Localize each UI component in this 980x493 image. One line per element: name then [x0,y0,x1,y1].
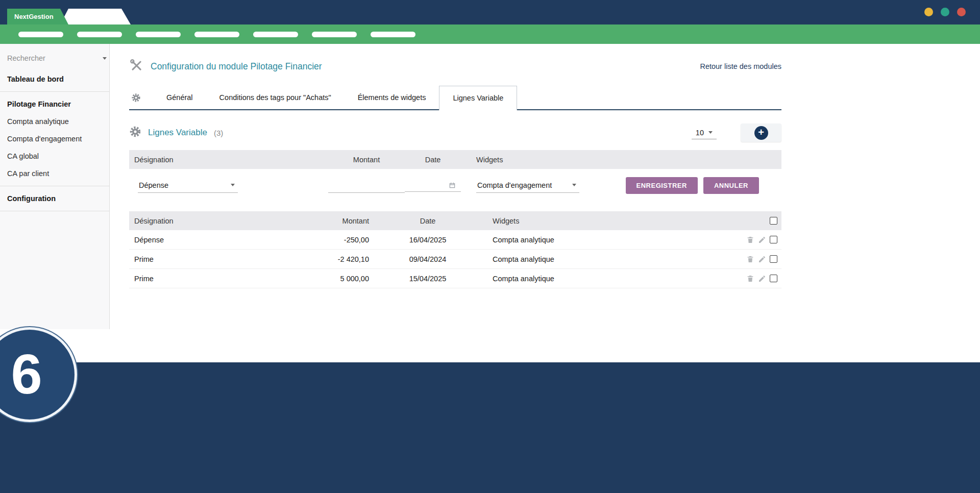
page-size-value: 10 [696,129,704,137]
tab-general[interactable]: Général [153,86,206,109]
nav-pill[interactable] [371,32,415,37]
cell-date: 09/04/2024 [369,255,486,263]
cell-widgets: Compta analytique [486,255,734,263]
calendar-icon[interactable] [449,182,456,189]
window-maximize-dot[interactable] [941,8,949,16]
sidebar-item-compta-engagement[interactable]: Compta d'engagement [0,130,109,147]
form-header-widgets: Widgets [476,156,781,164]
row-checkbox[interactable] [770,236,777,243]
table-header-date: Date [369,217,486,225]
sidebar-item-ca-global[interactable]: CA global [0,147,109,165]
form-header-montant: Montant [328,156,405,164]
tools-icon [129,58,143,75]
table-header-designation: Désignation [129,217,328,225]
cancel-button[interactable]: ANNULER [703,177,759,194]
footer-band [0,362,980,493]
section-count: (3) [214,129,223,137]
tab-conditions-tags-achats[interactable]: Conditions des tags pour "Achats" [206,86,345,109]
nav-pill[interactable] [194,32,239,37]
cell-widgets: Compta analytique [486,236,734,244]
cell-designation: Prime [129,255,328,263]
nav-pill[interactable] [312,32,357,37]
montant-input[interactable] [328,178,405,193]
nav-pill[interactable] [253,32,298,37]
back-to-modules-link[interactable]: Retour liste des modules [700,62,781,70]
cell-date: 16/04/2025 [369,236,486,244]
plus-icon: + [754,126,768,140]
chevron-down-icon [231,184,235,186]
edit-icon[interactable] [758,275,766,283]
gear-icon[interactable] [129,86,153,109]
section-title: Lignes Variable [148,128,207,138]
nav-pill[interactable] [136,32,181,37]
table-row: Dépense -250,00 16/04/2025 Compta analyt… [129,230,781,250]
designation-selected-value: Dépense [139,181,168,189]
step-number: 6 [11,341,42,406]
cell-widgets: Compta analytique [486,275,734,283]
tab-bar: Général Conditions des tags pour "Achats… [129,86,781,110]
table-header-widgets: Widgets [486,217,734,225]
save-button[interactable]: ENREGISTRER [626,177,698,194]
cell-designation: Prime [129,275,328,283]
brand-name: NextGestion [14,13,54,20]
sidebar-divider [0,186,109,186]
tab-lignes-variable[interactable]: Lignes Variable [439,86,517,110]
date-input[interactable] [406,181,449,189]
main-nav-bar [0,24,980,44]
add-line-button[interactable]: + [741,124,781,142]
form-header-date: Date [405,156,461,164]
sidebar-divider [0,211,109,211]
page-size-select[interactable]: 10 [692,127,717,139]
delete-icon[interactable] [746,255,754,263]
sidebar-item-configuration[interactable]: Configuration [0,190,109,207]
cell-date: 15/04/2025 [369,275,486,283]
table-header-montant: Montant [328,217,369,225]
table-row: Prime 5 000,00 15/04/2025 Compta analyti… [129,269,781,288]
gear-icon [129,126,141,140]
widgets-selected-value: Compta d'engagement [477,181,552,189]
window-close-dot[interactable] [957,8,966,16]
window-minimize-dot[interactable] [924,8,933,16]
sidebar-item-tableau-de-bord[interactable]: Tableau de bord [0,70,109,88]
form-header-designation: Désignation [129,156,328,164]
cell-designation: Dépense [129,236,328,244]
form-header-bar: Désignation Montant Date Widgets [129,150,781,169]
nav-pill[interactable] [18,32,63,37]
sidebar-item-pilotage-financier[interactable]: Pilotage Financier [0,95,109,113]
date-field [405,179,461,192]
app-window: NextGestion Tableau de bord Pilotage Fin… [0,0,980,493]
nav-pill[interactable] [77,32,122,37]
edit-icon[interactable] [758,236,766,244]
delete-icon[interactable] [746,275,754,283]
new-line-form: Dépense [129,169,781,202]
cell-montant: 5 000,00 [328,275,369,283]
designation-select[interactable]: Dépense [138,178,238,193]
chevron-down-icon [708,131,713,134]
sidebar-divider [0,91,109,92]
secondary-tab[interactable] [60,9,131,24]
top-bar: NextGestion [0,0,980,24]
main-panel: Configuration du module Pilotage Financi… [110,44,980,329]
edit-icon[interactable] [758,255,766,263]
cell-montant: -250,00 [328,236,369,244]
table-header-bar: Désignation Montant Date Widgets [129,211,781,230]
row-checkbox[interactable] [770,275,777,282]
page-title: Configuration du module Pilotage Financi… [151,61,322,72]
window-controls [924,8,966,16]
sidebar-search [0,44,109,70]
row-checkbox[interactable] [770,255,777,263]
table-row: Prime -2 420,10 09/04/2024 Compta analyt… [129,250,781,269]
sidebar-item-compta-analytique[interactable]: Compta analytique [0,113,109,130]
chevron-down-icon[interactable] [103,57,107,60]
search-input[interactable] [7,54,103,62]
brand-logo: NextGestion [7,9,68,24]
sidebar-item-ca-par-client[interactable]: CA par client [0,165,109,182]
sidebar: Tableau de bord Pilotage Financier Compt… [0,44,110,329]
cell-montant: -2 420,10 [328,255,369,263]
tab-elements-widgets[interactable]: Élements de widgets [345,86,439,109]
chevron-down-icon [572,184,576,186]
select-all-checkbox[interactable] [770,217,777,225]
widgets-select[interactable]: Compta d'engagement [476,178,579,193]
content-footer-gap [0,329,980,362]
delete-icon[interactable] [746,236,754,244]
